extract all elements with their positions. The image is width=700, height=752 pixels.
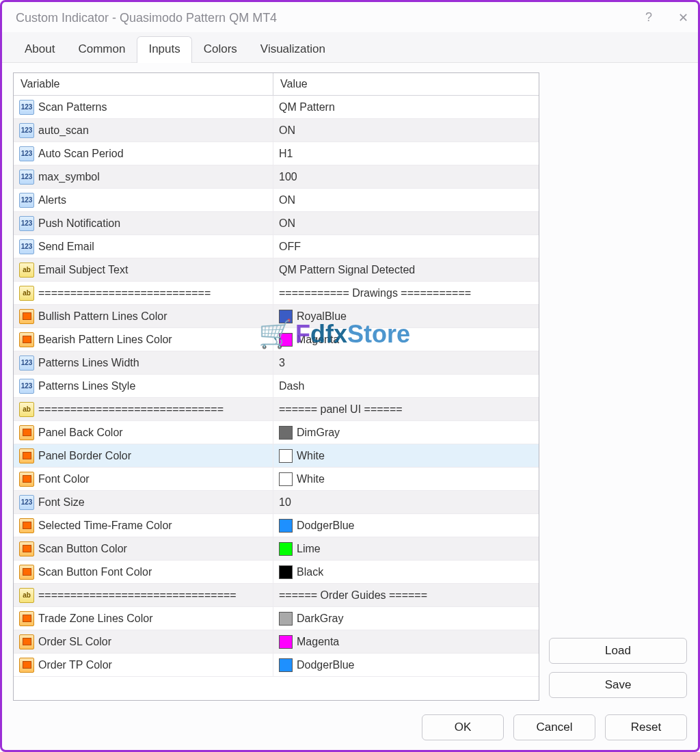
color-icon	[19, 658, 34, 673]
table-row[interactable]: Selected Time-Frame ColorDodgerBlue	[14, 514, 539, 537]
cell-value[interactable]: Black	[273, 565, 539, 579]
table-row[interactable]: 123auto_scanON	[14, 119, 539, 142]
table-row[interactable]: ab===================================== …	[14, 584, 539, 607]
help-icon[interactable]: ?	[645, 10, 652, 25]
tab-about[interactable]: About	[13, 36, 66, 63]
cell-value[interactable]: ON	[273, 124, 539, 137]
inputs-table: Variable Value 123Scan PatternsQM Patter…	[13, 72, 539, 701]
table-row[interactable]: Trade Zone Lines ColorDarkGray	[14, 607, 539, 630]
cell-variable: Trade Zone Lines Color	[14, 607, 273, 630]
cell-variable: ab===============================	[14, 584, 273, 606]
variable-name: Order TP Color	[38, 659, 112, 671]
table-row[interactable]: 123Patterns Lines StyleDash	[14, 375, 539, 398]
table-row[interactable]: 123Send EmailOFF	[14, 235, 539, 258]
cell-value[interactable]: DarkGray	[273, 612, 539, 626]
table-row[interactable]: Font ColorWhite	[14, 468, 539, 491]
table-row[interactable]: Bearish Pattern Lines ColorMagenta	[14, 328, 539, 351]
table-row[interactable]: Bullish Pattern Lines ColorRoyalBlue	[14, 305, 539, 328]
ok-button[interactable]: OK	[422, 714, 504, 740]
table-row[interactable]: abEmail Subject TextQM Pattern Signal De…	[14, 258, 539, 282]
value-text: =========== Drawings ===========	[279, 287, 471, 299]
load-button[interactable]: Load	[549, 638, 687, 664]
text-icon: ab	[19, 286, 34, 301]
color-icon	[19, 309, 34, 324]
cell-value[interactable]: Magenta	[273, 635, 539, 649]
cell-value[interactable]: Dash	[273, 380, 539, 392]
color-swatch	[279, 333, 293, 347]
color-icon	[19, 518, 34, 533]
table-row[interactable]: ab=================================== pa…	[14, 398, 539, 421]
color-icon	[19, 611, 34, 626]
content-area: Variable Value 123Scan PatternsQM Patter…	[2, 63, 698, 708]
cell-value[interactable]: 100	[273, 171, 539, 183]
table-row[interactable]: Panel Border ColorWhite	[14, 444, 539, 468]
cell-value[interactable]: ON	[273, 194, 539, 206]
variable-name: Font Size	[38, 496, 85, 509]
variable-name: Scan Button Color	[38, 543, 127, 555]
save-button[interactable]: Save	[549, 672, 687, 698]
table-row[interactable]: 123max_symbol100	[14, 165, 539, 189]
header-value[interactable]: Value	[273, 73, 539, 95]
table-row[interactable]: 123Patterns Lines Width3	[14, 351, 539, 375]
cell-value[interactable]: White	[273, 472, 539, 486]
cell-value[interactable]: ON	[273, 217, 539, 230]
close-icon[interactable]: ✕	[678, 10, 688, 25]
color-icon	[19, 448, 34, 464]
cell-value[interactable]: White	[273, 449, 539, 463]
cell-variable: Bullish Pattern Lines Color	[14, 305, 273, 327]
titlebar: Custom Indicator - Quasimodo Pattern QM …	[2, 2, 698, 32]
table-row[interactable]: Order SL ColorMagenta	[14, 630, 539, 654]
tab-visualization[interactable]: Visualization	[249, 36, 337, 63]
table-row[interactable]: 123Font Size10	[14, 491, 539, 514]
cell-value[interactable]: ====== Order Guides ======	[273, 589, 539, 602]
cell-variable: ab===========================	[14, 282, 273, 304]
cell-value[interactable]: OFF	[273, 241, 539, 253]
value-text: H1	[279, 148, 293, 160]
tab-common[interactable]: Common	[66, 36, 137, 63]
color-swatch	[279, 635, 293, 649]
table-row[interactable]: 123Scan PatternsQM Pattern	[14, 96, 539, 119]
table-row[interactable]: Order TP ColorDodgerBlue	[14, 654, 539, 677]
cell-variable: Bearish Pattern Lines Color	[14, 328, 273, 351]
cell-variable: 123Auto Scan Period	[14, 142, 273, 165]
variable-name: Scan Button Font Color	[38, 566, 152, 578]
value-text: DodgerBlue	[297, 520, 355, 532]
table-row[interactable]: 123Auto Scan PeriodH1	[14, 142, 539, 165]
variable-name: Panel Border Color	[38, 450, 131, 462]
text-icon: ab	[19, 263, 34, 278]
text-icon: ab	[19, 402, 34, 417]
cell-value[interactable]: QM Pattern Signal Detected	[273, 264, 539, 276]
cell-value[interactable]: H1	[273, 148, 539, 160]
table-row[interactable]: 123Push NotificationON	[14, 212, 539, 235]
header-variable[interactable]: Variable	[14, 73, 273, 95]
cell-value[interactable]: ====== panel UI ======	[273, 403, 539, 416]
cell-value[interactable]: DodgerBlue	[273, 658, 539, 672]
cell-value[interactable]: QM Pattern	[273, 101, 539, 113]
cell-value[interactable]: RoyalBlue	[273, 310, 539, 323]
value-text: QM Pattern	[279, 101, 335, 113]
cell-value[interactable]: =========== Drawings ===========	[273, 287, 539, 299]
tab-colors[interactable]: Colors	[192, 36, 249, 63]
table-row[interactable]: Scan Button ColorLime	[14, 537, 539, 561]
cell-value[interactable]: Magenta	[273, 333, 539, 347]
cell-value[interactable]: DimGray	[273, 426, 539, 440]
color-swatch	[279, 449, 293, 463]
value-text: ====== panel UI ======	[279, 403, 403, 416]
tab-inputs[interactable]: Inputs	[137, 36, 191, 63]
cell-value[interactable]: DodgerBlue	[273, 519, 539, 533]
cell-value[interactable]: 3	[273, 357, 539, 369]
table-row[interactable]: ab======================================…	[14, 282, 539, 305]
reset-button[interactable]: Reset	[605, 714, 687, 740]
color-swatch	[279, 565, 293, 579]
color-swatch	[279, 519, 293, 533]
cell-value[interactable]: 10	[273, 496, 539, 509]
table-row[interactable]: Panel Back ColorDimGray	[14, 421, 539, 444]
value-text: Dash	[279, 380, 304, 392]
value-text: White	[297, 450, 325, 462]
cancel-button[interactable]: Cancel	[513, 714, 595, 740]
value-text: ON	[279, 124, 295, 137]
table-row[interactable]: Scan Button Font ColorBlack	[14, 561, 539, 584]
table-row[interactable]: 123AlertsON	[14, 189, 539, 212]
cell-value[interactable]: Lime	[273, 542, 539, 556]
number-icon: 123	[19, 193, 34, 208]
